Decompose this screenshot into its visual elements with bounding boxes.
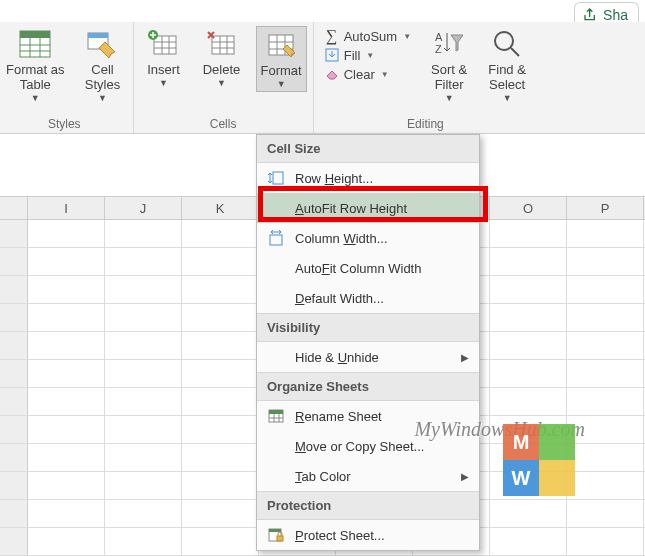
chevron-down-icon: ▼ <box>366 51 374 60</box>
blank-icon <box>267 348 285 366</box>
rename-sheet-icon <box>267 407 285 425</box>
format-as-table-label: Format as Table <box>6 62 65 92</box>
fill-label: Fill <box>344 48 361 63</box>
menu-item-tab-color[interactable]: Tab Color ▶ <box>257 461 479 491</box>
column-header[interactable]: P <box>567 197 644 219</box>
select-all-corner[interactable] <box>0 197 28 219</box>
menu-item-protect-sheet[interactable]: Protect Sheet... <box>257 520 479 550</box>
menu-item-move-copy-sheet[interactable]: Move or Copy Sheet... <box>257 431 479 461</box>
menu-item-label: AutoFit Column Width <box>295 261 467 276</box>
svg-line-28 <box>511 48 519 56</box>
format-label: Format <box>261 63 302 78</box>
column-header[interactable]: J <box>105 197 182 219</box>
eraser-icon <box>324 66 340 82</box>
ribbon: Format as Table ▼ Cell Styles ▼ Styles I… <box>0 22 645 134</box>
menu-header-visibility: Visibility <box>257 313 479 342</box>
svg-rect-38 <box>277 536 283 541</box>
clear-label: Clear <box>344 67 375 82</box>
chevron-down-icon: ▼ <box>31 93 40 103</box>
insert-icon <box>148 28 180 60</box>
blank-icon <box>267 259 285 277</box>
chevron-down-icon: ▼ <box>98 93 107 103</box>
protect-sheet-icon <box>267 526 285 544</box>
menu-item-label: Rename Sheet <box>295 409 467 424</box>
menu-item-label: Column Width... <box>295 231 467 246</box>
format-as-table-button[interactable]: Format as Table ▼ <box>2 26 69 105</box>
format-icon <box>265 29 297 61</box>
svg-text:A: A <box>435 31 443 43</box>
sort-filter-button[interactable]: AZ Sort & Filter ▼ <box>425 26 473 105</box>
group-label-editing: Editing <box>407 117 444 131</box>
insert-button[interactable]: Insert ▼ <box>140 26 188 90</box>
menu-header-organize: Organize Sheets <box>257 372 479 401</box>
clear-button[interactable]: Clear ▼ <box>324 66 411 82</box>
format-dropdown-menu: Cell Size Row Height... AutoFit Row Heig… <box>256 134 480 551</box>
menu-item-label: AutoFit Row Height <box>295 201 467 216</box>
row-height-icon <box>267 169 285 187</box>
chevron-down-icon: ▼ <box>217 78 226 88</box>
delete-icon <box>206 28 238 60</box>
insert-label: Insert <box>147 62 180 77</box>
blank-icon <box>267 467 285 485</box>
svg-rect-7 <box>88 33 108 38</box>
svg-rect-30 <box>270 235 282 245</box>
svg-rect-32 <box>269 410 283 414</box>
chevron-down-icon: ▼ <box>403 32 411 41</box>
blank-icon <box>267 437 285 455</box>
column-header[interactable]: I <box>28 197 105 219</box>
menu-item-label: Tab Color <box>295 469 467 484</box>
menu-item-autofit-column-width[interactable]: AutoFit Column Width <box>257 253 479 283</box>
menu-header-cell-size: Cell Size <box>257 135 479 163</box>
menu-item-label: Move or Copy Sheet... <box>295 439 467 454</box>
menu-item-default-width[interactable]: Default Width... <box>257 283 479 313</box>
share-icon <box>583 7 599 23</box>
menu-item-label: Protect Sheet... <box>295 528 467 543</box>
svg-point-27 <box>495 32 513 50</box>
submenu-arrow-icon: ▶ <box>461 352 469 363</box>
menu-item-column-width[interactable]: Column Width... <box>257 223 479 253</box>
share-label: Sha <box>603 7 628 23</box>
submenu-arrow-icon: ▶ <box>461 471 469 482</box>
cell-styles-icon <box>87 28 119 60</box>
menu-item-label: Hide & Unhide <box>295 350 467 365</box>
column-header[interactable]: K <box>182 197 259 219</box>
menu-item-rename-sheet[interactable]: Rename Sheet <box>257 401 479 431</box>
format-button[interactable]: Format ▼ <box>256 26 307 92</box>
chevron-down-icon: ▼ <box>277 79 286 89</box>
group-label-styles: Styles <box>48 117 81 131</box>
chevron-down-icon: ▼ <box>159 78 168 88</box>
blank-icon <box>267 199 285 217</box>
svg-rect-29 <box>273 172 283 184</box>
fill-button[interactable]: Fill ▼ <box>324 47 411 63</box>
cell-styles-button[interactable]: Cell Styles ▼ <box>79 26 127 105</box>
chevron-down-icon: ▼ <box>503 93 512 103</box>
svg-rect-14 <box>212 36 234 54</box>
menu-item-label: Default Width... <box>295 291 467 306</box>
find-select-button[interactable]: Find & Select ▼ <box>483 26 531 105</box>
menu-item-autofit-row-height[interactable]: AutoFit Row Height <box>257 193 479 223</box>
chevron-down-icon: ▼ <box>381 70 389 79</box>
autosum-button[interactable]: ∑ AutoSum ▼ <box>324 28 411 44</box>
delete-button[interactable]: Delete ▼ <box>198 26 246 90</box>
column-header[interactable]: O <box>490 197 567 219</box>
chevron-down-icon: ▼ <box>445 93 454 103</box>
menu-header-protection: Protection <box>257 491 479 520</box>
menu-item-row-height[interactable]: Row Height... <box>257 163 479 193</box>
fill-down-icon <box>324 47 340 63</box>
sort-filter-label: Sort & Filter <box>431 62 467 92</box>
cell-styles-label: Cell Styles <box>85 62 120 92</box>
delete-label: Delete <box>203 62 241 77</box>
svg-rect-1 <box>20 31 50 38</box>
blank-icon <box>267 289 285 307</box>
group-label-cells: Cells <box>210 117 237 131</box>
menu-item-label: Row Height... <box>295 171 467 186</box>
autosum-label: AutoSum <box>344 29 397 44</box>
sigma-icon: ∑ <box>324 28 340 44</box>
sort-filter-icon: AZ <box>433 28 465 60</box>
column-width-icon <box>267 229 285 247</box>
svg-text:Z: Z <box>435 43 442 55</box>
find-select-label: Find & Select <box>488 62 526 92</box>
find-select-icon <box>491 28 523 60</box>
menu-item-hide-unhide[interactable]: Hide & Unhide ▶ <box>257 342 479 372</box>
svg-rect-37 <box>269 529 281 532</box>
